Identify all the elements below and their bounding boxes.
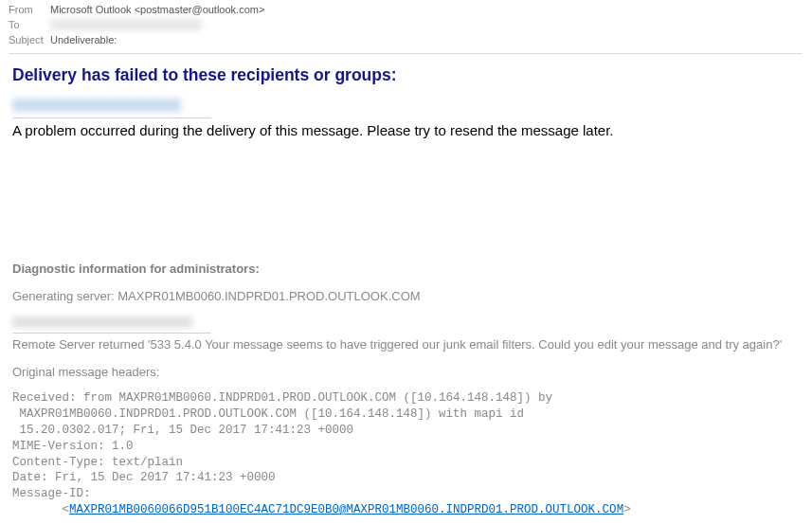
underline-divider	[12, 117, 211, 118]
diag-recipient-redacted	[12, 316, 799, 331]
header-to-row: To	[9, 17, 803, 32]
diagnostic-block: Diagnostic information for administrator…	[12, 262, 799, 518]
delivery-failed-heading: Delivery has failed to these recipients …	[12, 65, 799, 85]
message-id-value: MAXPR01MB0060066D951B100EC4AC71DC9E0B0@M…	[69, 503, 623, 516]
raw-headers: Received: from MAXPR01MB0060.INDPRD01.PR…	[12, 390, 799, 518]
to-label: To	[9, 19, 50, 30]
generating-server-line: Generating server: MAXPR01MB0060.INDPRD0…	[12, 289, 799, 303]
gen-server-value: MAXPR01MB0060.INDPRD01.PROD.OUTLOOK.COM	[117, 289, 420, 303]
gen-server-label: Generating server:	[12, 289, 117, 303]
diag-recipient-address-redacted	[12, 316, 192, 328]
diag-underline-divider	[12, 333, 211, 334]
message-id-link[interactable]: MAXPR01MB0060066D951B100EC4AC71DC9E0B0@M…	[69, 503, 623, 516]
recipient-redacted-row	[12, 99, 799, 116]
remote-server-error: Remote Server returned '533 5.4.0 Your m…	[12, 337, 799, 352]
from-value: Microsoft Outlook <postmaster@outlook.co…	[50, 4, 264, 15]
to-value-redacted	[50, 19, 202, 30]
message-body: Delivery has failed to these recipients …	[9, 53, 803, 524]
subject-value: Undeliverable:	[50, 34, 117, 45]
problem-text: A problem occurred during the delivery o…	[12, 122, 799, 138]
message-header: From Microsoft Outlook <postmaster@outlo…	[0, 0, 812, 53]
from-label: From	[9, 4, 50, 15]
header-from-row: From Microsoft Outlook <postmaster@outlo…	[9, 2, 803, 17]
recipient-address-redacted	[12, 99, 181, 112]
subject-label: Subject	[9, 34, 50, 45]
header-subject-row: Subject Undeliverable:	[9, 32, 803, 47]
diagnostic-title: Diagnostic information for administrator…	[12, 262, 799, 276]
original-headers-label: Original message headers:	[12, 365, 799, 379]
headers-text: Received: from MAXPR01MB0060.INDPRD01.PR…	[12, 391, 552, 500]
